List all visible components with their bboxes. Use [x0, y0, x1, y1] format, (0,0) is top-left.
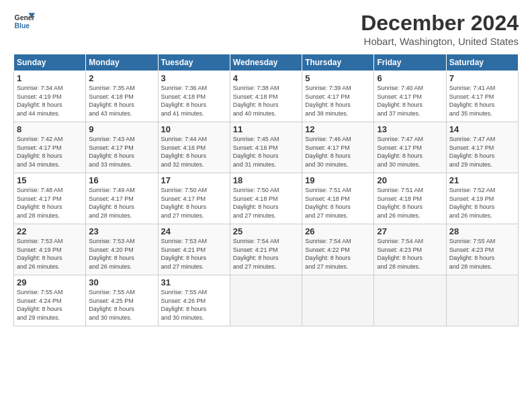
- day-number: 3: [161, 73, 227, 83]
- day-info: Sunrise: 7:50 AM Sunset: 4:17 PM Dayligh…: [161, 186, 227, 220]
- week-row-2: 8Sunrise: 7:42 AM Sunset: 4:17 PM Daylig…: [14, 122, 519, 173]
- day-number: 7: [449, 73, 515, 83]
- day-number: 11: [233, 124, 299, 134]
- week-row-3: 15Sunrise: 7:48 AM Sunset: 4:17 PM Dayli…: [14, 173, 519, 224]
- calendar-cell: 15Sunrise: 7:48 AM Sunset: 4:17 PM Dayli…: [14, 173, 86, 224]
- day-number: 24: [161, 226, 227, 236]
- calendar-cell: 2Sunrise: 7:35 AM Sunset: 4:18 PM Daylig…: [86, 71, 158, 122]
- day-info: Sunrise: 7:51 AM Sunset: 4:18 PM Dayligh…: [377, 186, 443, 220]
- week-row-1: 1Sunrise: 7:34 AM Sunset: 4:19 PM Daylig…: [14, 71, 519, 122]
- calendar-cell: [302, 275, 374, 326]
- day-number: 12: [305, 124, 371, 134]
- day-info: Sunrise: 7:50 AM Sunset: 4:18 PM Dayligh…: [233, 186, 299, 220]
- col-header-saturday: Saturday: [446, 54, 518, 71]
- calendar-cell: 22Sunrise: 7:53 AM Sunset: 4:19 PM Dayli…: [14, 224, 86, 275]
- calendar-cell: 8Sunrise: 7:42 AM Sunset: 4:17 PM Daylig…: [14, 122, 86, 173]
- calendar-cell: 20Sunrise: 7:51 AM Sunset: 4:18 PM Dayli…: [374, 173, 446, 224]
- calendar-table: SundayMondayTuesdayWednesdayThursdayFrid…: [13, 54, 519, 326]
- day-number: 8: [17, 124, 83, 134]
- day-number: 1: [17, 73, 83, 83]
- calendar-cell: 30Sunrise: 7:55 AM Sunset: 4:25 PM Dayli…: [86, 275, 158, 326]
- day-number: 26: [305, 226, 371, 236]
- day-number: 22: [17, 226, 83, 236]
- calendar-cell: 16Sunrise: 7:49 AM Sunset: 4:17 PM Dayli…: [86, 173, 158, 224]
- col-header-sunday: Sunday: [14, 54, 86, 71]
- day-number: 25: [233, 226, 299, 236]
- day-info: Sunrise: 7:39 AM Sunset: 4:17 PM Dayligh…: [305, 84, 371, 118]
- col-header-thursday: Thursday: [302, 54, 374, 71]
- day-number: 10: [161, 124, 227, 134]
- day-number: 14: [449, 124, 515, 134]
- calendar-cell: 12Sunrise: 7:46 AM Sunset: 4:17 PM Dayli…: [302, 122, 374, 173]
- week-row-5: 29Sunrise: 7:55 AM Sunset: 4:24 PM Dayli…: [14, 275, 519, 326]
- month-title: December 2024: [361, 11, 519, 36]
- header: General Blue December 2024 Hobart, Washi…: [13, 11, 519, 47]
- calendar-cell: 14Sunrise: 7:47 AM Sunset: 4:17 PM Dayli…: [446, 122, 518, 173]
- day-number: 29: [17, 277, 83, 287]
- day-number: 16: [89, 175, 154, 185]
- col-header-friday: Friday: [374, 54, 446, 71]
- day-number: 19: [305, 175, 371, 185]
- day-info: Sunrise: 7:53 AM Sunset: 4:20 PM Dayligh…: [89, 237, 154, 271]
- day-number: 30: [89, 277, 154, 287]
- location-title: Hobart, Washington, United States: [361, 36, 519, 47]
- day-info: Sunrise: 7:48 AM Sunset: 4:17 PM Dayligh…: [17, 186, 83, 220]
- day-info: Sunrise: 7:55 AM Sunset: 4:24 PM Dayligh…: [17, 288, 83, 322]
- day-info: Sunrise: 7:51 AM Sunset: 4:18 PM Dayligh…: [305, 186, 371, 220]
- calendar-cell: 18Sunrise: 7:50 AM Sunset: 4:18 PM Dayli…: [230, 173, 302, 224]
- day-info: Sunrise: 7:55 AM Sunset: 4:25 PM Dayligh…: [89, 288, 154, 322]
- calendar-cell: 26Sunrise: 7:54 AM Sunset: 4:22 PM Dayli…: [302, 224, 374, 275]
- svg-text:Blue: Blue: [15, 22, 30, 30]
- day-info: Sunrise: 7:54 AM Sunset: 4:23 PM Dayligh…: [377, 237, 443, 271]
- day-info: Sunrise: 7:54 AM Sunset: 4:21 PM Dayligh…: [233, 237, 299, 271]
- day-number: 21: [449, 175, 515, 185]
- day-number: 5: [305, 73, 371, 83]
- day-info: Sunrise: 7:53 AM Sunset: 4:19 PM Dayligh…: [17, 237, 83, 271]
- header-row: SundayMondayTuesdayWednesdayThursdayFrid…: [14, 54, 519, 71]
- day-number: 13: [377, 124, 443, 134]
- calendar-cell: 6Sunrise: 7:40 AM Sunset: 4:17 PM Daylig…: [374, 71, 446, 122]
- calendar-cell: 1Sunrise: 7:34 AM Sunset: 4:19 PM Daylig…: [14, 71, 86, 122]
- day-number: 18: [233, 175, 299, 185]
- day-number: 23: [89, 226, 154, 236]
- day-info: Sunrise: 7:46 AM Sunset: 4:17 PM Dayligh…: [305, 135, 371, 169]
- calendar-cell: [230, 275, 302, 326]
- calendar-cell: 27Sunrise: 7:54 AM Sunset: 4:23 PM Dayli…: [374, 224, 446, 275]
- calendar-cell: 31Sunrise: 7:55 AM Sunset: 4:26 PM Dayli…: [158, 275, 230, 326]
- day-number: 4: [233, 73, 299, 83]
- day-number: 20: [377, 175, 443, 185]
- calendar-cell: 11Sunrise: 7:45 AM Sunset: 4:16 PM Dayli…: [230, 122, 302, 173]
- calendar-cell: 3Sunrise: 7:36 AM Sunset: 4:18 PM Daylig…: [158, 71, 230, 122]
- calendar-cell: 4Sunrise: 7:38 AM Sunset: 4:18 PM Daylig…: [230, 71, 302, 122]
- day-info: Sunrise: 7:35 AM Sunset: 4:18 PM Dayligh…: [89, 84, 154, 118]
- calendar-cell: 9Sunrise: 7:43 AM Sunset: 4:17 PM Daylig…: [86, 122, 158, 173]
- day-info: Sunrise: 7:55 AM Sunset: 4:23 PM Dayligh…: [449, 237, 515, 271]
- title-area: December 2024 Hobart, Washington, United…: [361, 11, 519, 47]
- day-info: Sunrise: 7:52 AM Sunset: 4:19 PM Dayligh…: [449, 186, 515, 220]
- col-header-wednesday: Wednesday: [230, 54, 302, 71]
- calendar-cell: 19Sunrise: 7:51 AM Sunset: 4:18 PM Dayli…: [302, 173, 374, 224]
- calendar-cell: 25Sunrise: 7:54 AM Sunset: 4:21 PM Dayli…: [230, 224, 302, 275]
- calendar-cell: 10Sunrise: 7:44 AM Sunset: 4:16 PM Dayli…: [158, 122, 230, 173]
- logo-icon: General Blue: [13, 11, 35, 32]
- calendar-cell: 29Sunrise: 7:55 AM Sunset: 4:24 PM Dayli…: [14, 275, 86, 326]
- day-number: 6: [377, 73, 443, 83]
- calendar-cell: 28Sunrise: 7:55 AM Sunset: 4:23 PM Dayli…: [446, 224, 518, 275]
- day-number: 31: [161, 277, 227, 287]
- calendar-cell: 17Sunrise: 7:50 AM Sunset: 4:17 PM Dayli…: [158, 173, 230, 224]
- day-info: Sunrise: 7:41 AM Sunset: 4:17 PM Dayligh…: [449, 84, 515, 118]
- day-info: Sunrise: 7:53 AM Sunset: 4:21 PM Dayligh…: [161, 237, 227, 271]
- day-info: Sunrise: 7:47 AM Sunset: 4:17 PM Dayligh…: [377, 135, 443, 169]
- calendar-cell: 24Sunrise: 7:53 AM Sunset: 4:21 PM Dayli…: [158, 224, 230, 275]
- day-number: 9: [89, 124, 154, 134]
- day-info: Sunrise: 7:44 AM Sunset: 4:16 PM Dayligh…: [161, 135, 227, 169]
- day-info: Sunrise: 7:34 AM Sunset: 4:19 PM Dayligh…: [17, 84, 83, 118]
- calendar-cell: 21Sunrise: 7:52 AM Sunset: 4:19 PM Dayli…: [446, 173, 518, 224]
- day-number: 2: [89, 73, 154, 83]
- day-number: 28: [449, 226, 515, 236]
- col-header-tuesday: Tuesday: [158, 54, 230, 71]
- calendar-cell: 7Sunrise: 7:41 AM Sunset: 4:17 PM Daylig…: [446, 71, 518, 122]
- day-number: 17: [161, 175, 227, 185]
- day-info: Sunrise: 7:36 AM Sunset: 4:18 PM Dayligh…: [161, 84, 227, 118]
- calendar-cell: 23Sunrise: 7:53 AM Sunset: 4:20 PM Dayli…: [86, 224, 158, 275]
